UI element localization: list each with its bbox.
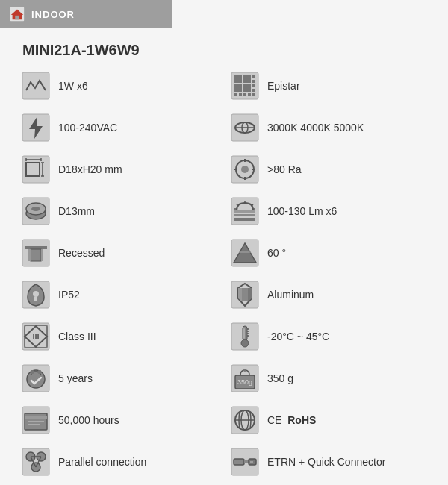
- wattage-icon: [21, 71, 51, 101]
- svg-text:350g: 350g: [237, 378, 252, 386]
- product-title: MINI21A-1W6W9: [0, 28, 448, 66]
- svg-rect-46: [234, 210, 255, 213]
- dimensions-icon: [21, 154, 51, 184]
- svg-point-72: [241, 340, 249, 347]
- svg-rect-90: [28, 424, 40, 425]
- ip-label: IP52: [58, 289, 80, 301]
- svg-point-84: [243, 369, 246, 372]
- cert-icon: [230, 405, 260, 435]
- svg-rect-9: [252, 75, 255, 78]
- diameter-icon: [21, 196, 51, 226]
- cct-icon: [230, 113, 260, 143]
- svg-rect-12: [243, 93, 246, 96]
- spec-dimensions: D18xH20 mm: [15, 150, 224, 189]
- spec-mounting: Recessed: [15, 234, 224, 272]
- spec-cert: CE RoHS: [224, 401, 433, 439]
- cri-icon: [230, 154, 260, 184]
- weight-icon: 350g: [230, 363, 260, 393]
- svg-rect-6: [243, 75, 251, 83]
- brand-label: Epistar: [267, 80, 300, 92]
- voltage-icon: [21, 113, 51, 143]
- svg-rect-54: [31, 249, 41, 261]
- svg-rect-62: [34, 297, 37, 301]
- cct-label: 3000K 4000K 5000K: [267, 122, 364, 134]
- connector-icon: [230, 447, 260, 477]
- lifetime-label: 50,000 hours: [58, 414, 119, 426]
- wattage-label: 1W x6: [58, 80, 88, 92]
- mounting-label: Recessed: [58, 247, 105, 259]
- spec-lifetime: 50,000 hours: [15, 401, 224, 439]
- header-bar: INDOOR: [0, 0, 172, 28]
- warranty-icon: [21, 363, 51, 393]
- spec-cct: 3000K 4000K 5000K: [224, 108, 433, 147]
- svg-rect-81: [38, 370, 41, 374]
- cri-label: >80 Ra: [267, 163, 302, 175]
- svg-rect-2: [15, 16, 19, 20]
- diameter-label: D13mm: [58, 205, 95, 217]
- svg-rect-11: [239, 93, 242, 96]
- spec-wattage: 1W x6: [15, 66, 224, 105]
- ip-icon: [21, 280, 51, 310]
- spec-temp: -20°C ~ 45°C: [224, 317, 433, 356]
- svg-point-42: [31, 207, 40, 211]
- svg-point-34: [241, 166, 249, 173]
- spec-ip: IP52: [15, 275, 224, 314]
- spec-lumen: 100-130 Lm x6: [224, 192, 433, 231]
- svg-point-61: [33, 291, 39, 297]
- svg-rect-55: [28, 249, 31, 261]
- spec-diameter: D13mm: [15, 192, 224, 231]
- header-title: INDOOR: [31, 9, 75, 20]
- spec-voltage: 100-240VAC: [15, 108, 224, 147]
- svg-rect-80: [31, 370, 34, 374]
- svg-rect-5: [234, 75, 242, 83]
- svg-rect-89: [28, 421, 44, 422]
- svg-rect-104: [244, 460, 249, 463]
- connector-label: ETRN + Quick Connector: [267, 456, 385, 468]
- svg-text:III: III: [32, 332, 39, 341]
- cert-label: CE RoHS: [267, 414, 316, 426]
- brand-icon: [230, 71, 260, 101]
- svg-point-79: [27, 370, 45, 388]
- material-label: Aluminum: [267, 289, 314, 301]
- svg-rect-16: [252, 89, 255, 92]
- weight-label: 350 g: [267, 372, 293, 384]
- svg-rect-56: [41, 249, 43, 261]
- svg-rect-8: [243, 84, 251, 92]
- lumen-label: 100-130 Lm x6: [267, 205, 337, 217]
- svg-rect-10: [234, 93, 237, 96]
- svg-rect-45: [234, 214, 255, 216]
- class-label: Class III: [58, 331, 96, 342]
- svg-rect-53: [25, 246, 47, 249]
- connection-icon: [21, 447, 51, 477]
- lumen-icon: [230, 196, 260, 226]
- spec-class: III Class III: [15, 317, 224, 356]
- svg-rect-17: [252, 80, 255, 83]
- class-icon: III: [21, 322, 51, 351]
- beam-icon: [230, 238, 260, 268]
- connection-label: Parallel connection: [58, 456, 146, 468]
- spec-beam: 60 °: [224, 234, 433, 272]
- spec-material: Aluminum: [224, 275, 433, 314]
- mounting-icon: [21, 238, 51, 268]
- beam-label: 60 °: [267, 247, 286, 259]
- spec-weight: 350g 350 g: [224, 359, 433, 398]
- svg-rect-44: [234, 218, 255, 221]
- temp-label: -20°C ~ 45°C: [267, 331, 329, 342]
- dimensions-label: D18xH20 mm: [58, 163, 122, 175]
- warranty-label: 5 years: [58, 372, 93, 384]
- temp-icon: [230, 322, 260, 351]
- material-icon: [230, 280, 260, 310]
- specs-grid: 1W x6 Epistar: [0, 66, 448, 485]
- svg-rect-64: [242, 288, 248, 301]
- svg-rect-88: [25, 416, 47, 419]
- spec-warranty: 5 years: [15, 359, 224, 398]
- spec-connector: ETRN + Quick Connector: [224, 442, 433, 481]
- svg-rect-103: [234, 459, 244, 465]
- voltage-label: 100-240VAC: [58, 122, 117, 134]
- indoor-house-icon: [9, 6, 25, 22]
- spec-brand: Epistar: [224, 66, 433, 105]
- svg-rect-15: [252, 84, 255, 87]
- svg-rect-7: [234, 84, 242, 92]
- svg-rect-73: [243, 328, 245, 339]
- svg-rect-13: [248, 93, 251, 96]
